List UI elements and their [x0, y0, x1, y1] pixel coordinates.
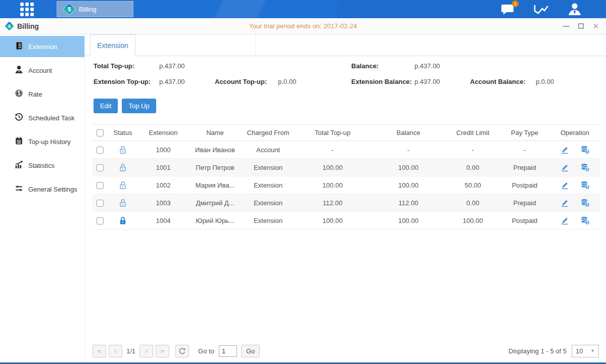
- table-row: 1004Юрий Юрь...Extension100.00100.00100.…: [92, 212, 600, 230]
- cell-charged-from: Extension: [242, 212, 295, 230]
- extension-topup-value: p.437.00: [159, 78, 185, 85]
- cell-name: Юрий Юрь...: [189, 212, 242, 230]
- edit-button[interactable]: Edit: [94, 99, 118, 113]
- billing-diamond-icon: $: [5, 22, 14, 30]
- page-size-select[interactable]: 10 ▼: [572, 345, 599, 357]
- cell-extension: 1002: [138, 176, 189, 194]
- edit-icon[interactable]: [561, 163, 569, 172]
- reports-chart-icon[interactable]: [533, 3, 549, 15]
- row-checkbox[interactable]: [97, 200, 104, 207]
- sidebar-item-statistics[interactable]: Statistics: [0, 155, 84, 176]
- main-panel: Extension Total Top-up: p.437.00 Balance…: [85, 34, 606, 362]
- topup-icon[interactable]: $: [580, 181, 590, 190]
- window-title: $ Billing: [5, 22, 39, 30]
- cell-total-topup: 100.00: [295, 212, 370, 230]
- cell-charged-from: Extension: [242, 159, 295, 176]
- refresh-icon[interactable]: [175, 345, 189, 357]
- notification-badge: !: [512, 1, 519, 7]
- messages-icon[interactable]: !: [501, 3, 515, 15]
- extension-balance-label: Extension Balance:: [351, 78, 412, 85]
- sidebar-item-label: Rate: [28, 90, 42, 98]
- maximize-icon[interactable]: [578, 23, 584, 29]
- topup-icon[interactable]: $: [580, 163, 590, 172]
- sidebar-item-account[interactable]: Account: [0, 60, 84, 81]
- page-size-value: 10: [576, 347, 583, 355]
- cell-pay-type: Prepaid: [499, 194, 550, 212]
- lock-open-icon: [119, 163, 127, 172]
- cell-credit-limit: 50.00: [446, 176, 499, 194]
- cell-extension: 1001: [138, 159, 189, 176]
- table-row: 1003Дмитрий Д...Extension112.00112.000.0…: [92, 194, 600, 212]
- cell-pay-type: -: [499, 141, 550, 159]
- row-checkbox[interactable]: [97, 147, 104, 154]
- sidebar-item-rate[interactable]: $Rate: [0, 83, 84, 105]
- cell-name: Мария Ива...: [189, 176, 242, 194]
- top-bar: $ Billing !: [0, 0, 606, 18]
- topbar-tab-label: Billing: [79, 6, 97, 13]
- statistics-icon: [15, 160, 23, 170]
- edit-icon[interactable]: [561, 181, 569, 190]
- minimize-icon[interactable]: [563, 26, 570, 27]
- tab-bar: Extension: [85, 34, 606, 56]
- lock-closed-icon: [119, 216, 127, 225]
- page-indicator: 1/1: [126, 347, 135, 355]
- user-account-icon[interactable]: [568, 3, 582, 16]
- balance-label: Balance:: [351, 62, 379, 70]
- app-grid-icon[interactable]: [19, 2, 34, 17]
- go-button[interactable]: Go: [241, 345, 260, 357]
- pagination-bar: « ‹ 1/1 › » Go to Go Displaying 1 - 5 of…: [85, 343, 606, 362]
- cell-charged-from: Extension: [242, 194, 295, 212]
- balance-value: p.437.00: [414, 62, 440, 70]
- svg-text:$: $: [586, 150, 588, 154]
- cell-total-topup: -: [295, 141, 370, 159]
- svg-text:$: $: [18, 90, 21, 96]
- sidebar-item-extension[interactable]: Extension: [0, 36, 84, 57]
- close-icon[interactable]: ✕: [592, 24, 599, 29]
- cell-name: Иван Иванов: [189, 141, 242, 159]
- table-row: 1002Мария Ива...Extension100.00100.0050.…: [92, 176, 600, 194]
- cell-extension: 1004: [138, 212, 189, 230]
- row-checkbox[interactable]: [97, 182, 104, 189]
- row-checkbox[interactable]: [97, 217, 104, 224]
- select-all-checkbox[interactable]: [97, 129, 104, 136]
- prev-page-button[interactable]: ‹: [109, 345, 122, 357]
- cell-charged-from: Extension: [242, 176, 295, 194]
- topup-history-icon: [15, 136, 23, 147]
- lock-open-icon: [119, 199, 127, 207]
- account-balance-label: Account Balance:: [470, 78, 526, 85]
- next-page-button[interactable]: ›: [139, 345, 153, 357]
- cell-pay-type: Prepaid: [499, 159, 550, 176]
- sidebar-item-label: Scheduled Task: [28, 114, 75, 122]
- account-topup-label: Account Top-up:: [215, 78, 267, 85]
- sidebar-item-general-settings[interactable]: General Settings: [0, 178, 84, 200]
- sidebar-item-top-up-history[interactable]: Top-up History: [0, 131, 84, 152]
- tab-extension[interactable]: Extension: [90, 34, 135, 56]
- sidebar-item-scheduled-task[interactable]: Scheduled Task: [0, 107, 84, 128]
- sidebar-item-label: Statistics: [28, 162, 55, 169]
- sidebar-item-label: General Settings: [28, 186, 77, 193]
- cell-name: Петр Петров: [189, 159, 242, 176]
- displaying-text: Displaying 1 - 5 of 5: [508, 347, 567, 355]
- col-status: Status: [108, 125, 138, 141]
- edit-icon[interactable]: [561, 216, 569, 225]
- edit-icon[interactable]: [561, 199, 569, 207]
- last-page-button[interactable]: »: [156, 345, 169, 357]
- row-checkbox[interactable]: [97, 164, 104, 171]
- account-balance-value: p.0.00: [536, 78, 554, 85]
- sidebar-item-label: Top-up History: [28, 138, 71, 146]
- col-charged-from: Charged From: [242, 125, 295, 141]
- rate-icon: $: [15, 89, 23, 99]
- edit-icon[interactable]: [561, 146, 569, 154]
- topup-icon[interactable]: $: [580, 146, 590, 154]
- topbar-tab-billing[interactable]: $ Billing: [57, 1, 133, 17]
- tab-divider: [255, 34, 256, 56]
- goto-page-input[interactable]: [219, 345, 237, 357]
- cell-balance: 100.00: [370, 159, 446, 176]
- first-page-button[interactable]: «: [92, 345, 106, 357]
- top-up-button[interactable]: Top Up: [122, 99, 156, 113]
- topup-icon[interactable]: $: [580, 216, 590, 225]
- table-row: 1001Петр ПетровExtension100.00100.000.00…: [92, 159, 600, 176]
- sidebar-item-label: Extension: [28, 43, 57, 51]
- topup-icon[interactable]: $: [580, 199, 590, 207]
- total-topup-value: p.437.00: [159, 62, 185, 70]
